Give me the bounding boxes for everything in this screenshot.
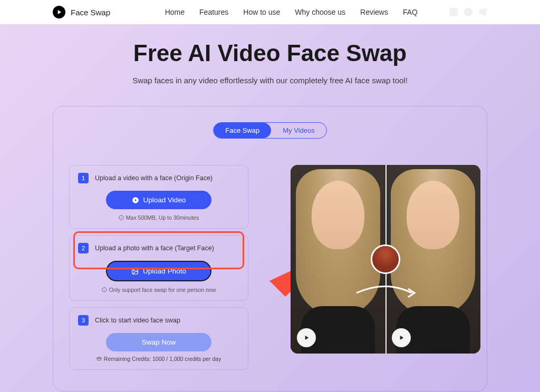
step-1: 1 Upload a video with a face (Origin Fac… bbox=[69, 165, 248, 229]
tab-group: Face Swap My Videos bbox=[213, 122, 327, 139]
facebook-icon[interactable] bbox=[464, 8, 472, 16]
instagram-icon[interactable] bbox=[449, 8, 458, 16]
step-2-number: 2 bbox=[78, 243, 89, 253]
tab-face-swap[interactable]: Face Swap bbox=[214, 123, 271, 138]
steps-panel: 1 Upload a video with a face (Origin Fac… bbox=[69, 165, 248, 370]
swap-arrow-icon bbox=[351, 282, 420, 303]
play-icon bbox=[303, 334, 310, 341]
step-2-note: Only support face swap for one person no… bbox=[78, 287, 239, 293]
nav-why-choose-us[interactable]: Why choose us bbox=[295, 8, 345, 16]
step-1-text: Upload a video with a face (Origin Face) bbox=[95, 174, 213, 182]
upload-photo-button[interactable]: Upload Photo bbox=[106, 261, 211, 281]
step-3-text: Click to start video face swap bbox=[95, 317, 180, 324]
credits-text: Remaining Credits: 1000 / 1,000 credits … bbox=[78, 356, 239, 362]
info-icon bbox=[119, 215, 124, 220]
upload-video-label: Upload Video bbox=[143, 196, 186, 204]
svg-point-5 bbox=[133, 270, 134, 271]
swap-now-label: Swap Now bbox=[142, 338, 176, 346]
info-icon bbox=[102, 287, 107, 292]
nav: Home Features How to use Why choose us R… bbox=[165, 8, 418, 16]
tabs: Face Swap My Videos bbox=[69, 122, 471, 139]
upload-photo-label: Upload Photo bbox=[143, 267, 186, 275]
page-subtitle: Swap faces in any video effortlessly wit… bbox=[53, 76, 487, 85]
step-1-number: 1 bbox=[78, 173, 89, 183]
nav-how-to-use[interactable]: How to use bbox=[243, 8, 280, 16]
nav-features[interactable]: Features bbox=[199, 8, 228, 16]
credits-icon bbox=[97, 356, 102, 361]
page-title: Free AI Video Face Swap bbox=[53, 40, 487, 66]
step-1-note: Max 500MB, Up to 30minutes bbox=[78, 214, 239, 221]
header: Face Swap Home Features How to use Why c… bbox=[0, 0, 540, 24]
nav-reviews[interactable]: Reviews bbox=[360, 8, 388, 16]
preview-image bbox=[291, 165, 480, 354]
play-icon bbox=[398, 334, 405, 341]
play-right-button[interactable] bbox=[392, 328, 411, 347]
logo[interactable]: Face Swap bbox=[53, 6, 110, 18]
play-left-button[interactable] bbox=[297, 328, 316, 347]
upload-video-button[interactable]: Upload Video bbox=[106, 191, 211, 209]
preview-panel bbox=[291, 165, 480, 354]
step-3-number: 3 bbox=[78, 315, 89, 326]
main-card: Face Swap My Videos 1 Upload a video wit… bbox=[53, 106, 487, 391]
swap-now-button[interactable]: Swap Now bbox=[106, 333, 211, 351]
target-face-circle bbox=[371, 244, 400, 274]
nav-faq[interactable]: FAQ bbox=[403, 8, 418, 16]
hero-section: Free AI Video Face Swap Swap faces in an… bbox=[0, 24, 540, 392]
social-links bbox=[449, 8, 487, 16]
svg-rect-9 bbox=[97, 358, 101, 360]
image-icon bbox=[131, 268, 139, 275]
step-2-text: Upload a photo with a face (Target Face) bbox=[95, 244, 214, 252]
main-content: 1 Upload a video with a face (Origin Fac… bbox=[69, 165, 471, 370]
twitter-icon[interactable] bbox=[479, 8, 487, 16]
play-circle-icon bbox=[132, 197, 139, 204]
step-2: 2 Upload a photo with a face (Target Fac… bbox=[69, 235, 248, 301]
nav-home[interactable]: Home bbox=[165, 8, 185, 16]
step-3: 3 Click to start video face swap Swap No… bbox=[69, 307, 248, 370]
brand-text: Face Swap bbox=[71, 8, 110, 17]
tab-my-videos[interactable]: My Videos bbox=[271, 123, 326, 138]
logo-icon bbox=[53, 6, 65, 18]
